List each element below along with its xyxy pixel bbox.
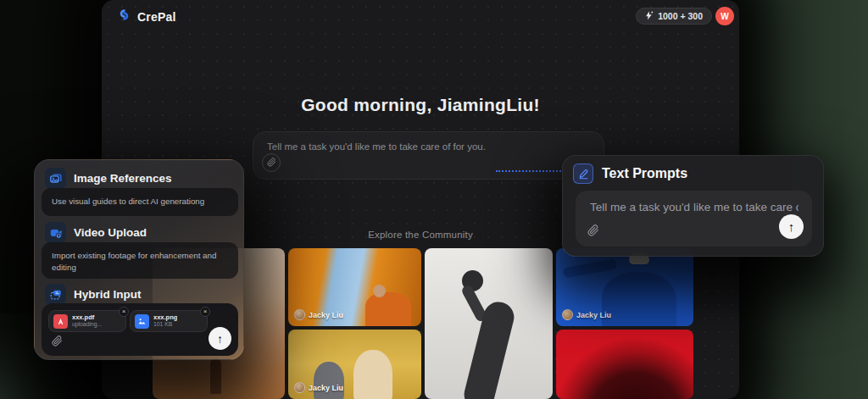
paperclip-icon xyxy=(52,336,63,349)
text-prompts-panel: Text Prompts ↑ xyxy=(562,155,824,257)
author-chip: Jacky Liu xyxy=(562,309,611,320)
text-prompt-box: ↑ xyxy=(576,191,812,247)
greeting-heading: Good morning, JiamingLiu! xyxy=(102,95,739,115)
attach-button[interactable] xyxy=(52,335,63,349)
features-panel: Image References Use visual guides to di… xyxy=(34,159,244,360)
figure-arm xyxy=(562,259,617,279)
author-chip: Jacky Liu xyxy=(294,309,343,320)
main-prompt-input[interactable] xyxy=(265,141,587,152)
file-size: 101 KB xyxy=(153,321,177,328)
hybrid-input-icon xyxy=(45,284,66,305)
remove-file-button[interactable]: × xyxy=(119,307,129,317)
author-avatar xyxy=(294,309,305,320)
text-prompt-input[interactable] xyxy=(588,200,800,214)
file-chip-texts: xxx.png 101 KB xyxy=(153,313,177,329)
feature-title: Video Upload xyxy=(74,226,147,239)
app-name: CrePal xyxy=(137,10,176,24)
callout-connector-line xyxy=(496,170,564,172)
paperclip-icon xyxy=(587,226,599,239)
file-status: uploading... xyxy=(72,321,102,328)
remove-file-button[interactable]: × xyxy=(200,307,210,317)
user-avatar[interactable]: W xyxy=(715,7,734,25)
attach-button[interactable] xyxy=(262,153,281,172)
statue-body xyxy=(461,299,517,399)
community-card-red-portrait[interactable] xyxy=(556,330,693,399)
community-card-blue-portrait[interactable]: Jacky Liu xyxy=(556,248,693,326)
feature-video-upload[interactable]: Video Upload xyxy=(45,222,147,243)
credits-badge[interactable]: 1000 + 300 xyxy=(636,8,712,25)
file-name: xxx.png xyxy=(153,313,177,321)
feature-hybrid-input[interactable]: Hybrid Input xyxy=(45,284,142,305)
figure-silhouette xyxy=(602,272,676,326)
hybrid-input-box: xxx.pdf uploading... × xxx.png 101 KB × xyxy=(42,303,238,356)
figure-silhouette xyxy=(365,292,411,326)
feature-description: Import existing footage for enhancement … xyxy=(42,242,238,279)
crepal-logo-icon xyxy=(117,8,131,25)
text-prompts-header: Text Prompts xyxy=(573,163,687,184)
feature-image-references[interactable]: Image References xyxy=(45,168,172,189)
file-chip-texts: xxx.pdf uploading... xyxy=(72,313,102,329)
feature-title: Image References xyxy=(74,172,172,185)
app-header: CrePal 1000 + 300 W xyxy=(102,0,739,34)
author-chip: Jacky Liu xyxy=(294,382,343,393)
image-references-icon xyxy=(45,168,66,189)
paperclip-icon xyxy=(267,157,276,169)
attach-button[interactable] xyxy=(587,224,599,239)
main-prompt-box xyxy=(253,131,604,180)
png-file-icon xyxy=(135,314,149,329)
community-card-statue[interactable] xyxy=(425,248,553,399)
send-button[interactable]: ↑ xyxy=(209,327,231,350)
author-avatar xyxy=(562,309,573,320)
community-card-dogs[interactable]: Jacky Liu xyxy=(288,330,421,399)
video-upload-icon xyxy=(45,222,66,243)
community-card-canyon-portrait[interactable]: Jacky Liu xyxy=(288,248,421,326)
pencil-icon xyxy=(573,163,593,184)
feature-description: Use visual guides to direct AI generatio… xyxy=(42,188,238,216)
file-chip-png[interactable]: xxx.png 101 KB × xyxy=(130,310,208,332)
author-avatar xyxy=(294,382,305,393)
person-silhouette xyxy=(210,358,221,394)
author-name: Jacky Liu xyxy=(576,311,611,319)
author-name: Jacky Liu xyxy=(309,311,343,319)
dog-silhouette xyxy=(353,350,392,399)
arrow-up-icon: ↑ xyxy=(217,332,223,346)
dog-silhouette xyxy=(314,362,344,399)
panel-title: Text Prompts xyxy=(602,166,687,181)
arrow-up-icon: ↑ xyxy=(788,219,795,234)
bolt-icon xyxy=(645,8,654,24)
send-button[interactable]: ↑ xyxy=(779,214,804,239)
author-name: Jacky Liu xyxy=(309,384,343,392)
file-name: xxx.pdf xyxy=(72,313,102,321)
app-logo: CrePal xyxy=(117,8,176,25)
credits-label: 1000 + 300 xyxy=(658,11,703,21)
feature-title: Hybrid Input xyxy=(74,288,142,301)
crepal-app-screenshot: CrePal 1000 + 300 W Good morning, Jiamin… xyxy=(0,0,868,399)
pdf-file-icon xyxy=(53,314,68,329)
file-chip-pdf[interactable]: xxx.pdf uploading... × xyxy=(48,310,126,332)
